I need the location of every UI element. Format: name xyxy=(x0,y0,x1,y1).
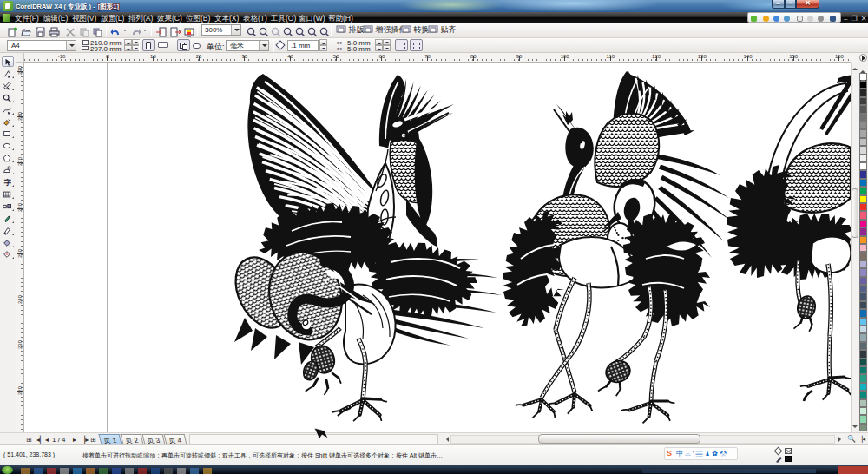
svg-text:字: 字 xyxy=(4,178,11,187)
